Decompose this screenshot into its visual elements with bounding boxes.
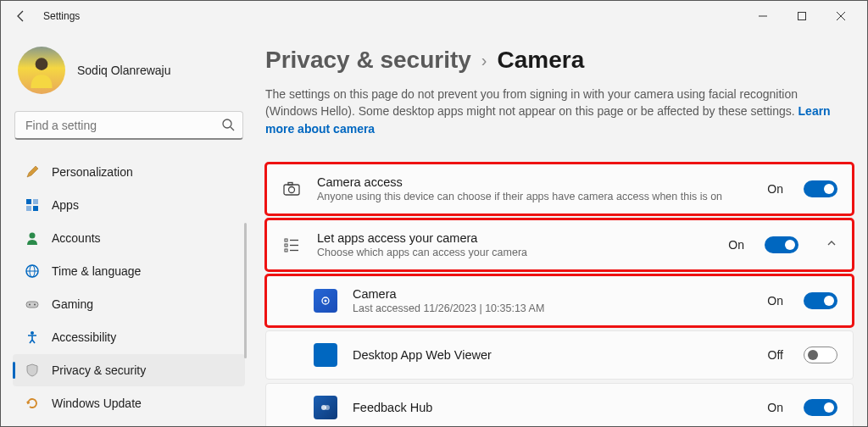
chevron-up-icon[interactable]	[826, 237, 837, 252]
svg-point-15	[34, 304, 36, 306]
sidebar-item-gaming[interactable]: Gaming	[13, 288, 245, 320]
sidebar-item-label: Privacy & security	[52, 363, 146, 377]
setting-subtitle: Choose which apps can access your camera	[317, 247, 713, 258]
svg-rect-24	[285, 249, 287, 252]
toggle-state-label: On	[767, 294, 783, 308]
svg-rect-22	[285, 244, 287, 247]
sidebar-item-accessibility[interactable]: Accessibility	[13, 321, 245, 353]
sidebar-item-label: Accessibility	[52, 330, 116, 344]
close-button[interactable]	[821, 3, 860, 30]
window-title: Settings	[43, 10, 80, 22]
setting-row-let-apps[interactable]: Let apps access your camera Choose which…	[265, 219, 854, 271]
svg-rect-7	[26, 206, 31, 211]
brush-icon	[25, 164, 40, 180]
app-subtitle: Last accessed 11/26/2023 | 10:35:13 AM	[353, 302, 752, 314]
app-row-camera: Camera Last accessed 11/26/2023 | 10:35:…	[265, 274, 854, 327]
search-icon	[221, 118, 235, 135]
sidebar-item-accounts[interactable]: Accounts	[13, 222, 245, 254]
update-icon	[25, 396, 40, 411]
setting-title: Let apps access your camera	[317, 231, 713, 245]
globe-icon	[25, 263, 40, 279]
svg-rect-20	[285, 239, 287, 241]
sidebar-item-time-language[interactable]: Time & language	[13, 255, 245, 287]
breadcrumb: Privacy & security › Camera	[265, 47, 854, 74]
feedback-hub-icon	[314, 396, 337, 419]
sidebar-item-label: Windows Update	[52, 396, 142, 410]
svg-rect-8	[33, 206, 38, 211]
person-icon	[25, 230, 40, 246]
sidebar-item-apps[interactable]: Apps	[13, 189, 245, 221]
svg-point-9	[30, 233, 36, 239]
camera-app-toggle[interactable]	[804, 292, 837, 309]
page-description: The settings on this page do not prevent…	[265, 86, 842, 137]
accessibility-icon	[25, 330, 40, 345]
svg-point-18	[289, 186, 295, 192]
svg-rect-6	[33, 199, 38, 204]
feedback-hub-toggle[interactable]	[804, 399, 837, 416]
back-button[interactable]	[8, 3, 35, 30]
svg-point-29	[325, 405, 330, 410]
setting-row-camera-access: Camera access Anyone using this device c…	[265, 163, 854, 215]
avatar	[18, 47, 65, 94]
chevron-right-icon: ›	[481, 51, 487, 70]
sidebar-item-label: Gaming	[52, 297, 93, 311]
desktop-app-icon	[314, 343, 337, 367]
setting-subtitle: Anyone using this device can choose if t…	[317, 191, 752, 202]
svg-point-14	[29, 304, 31, 306]
username: Sodiq Olanrewaju	[77, 64, 171, 77]
nav-scrollbar[interactable]	[244, 223, 247, 358]
svg-rect-19	[288, 182, 292, 185]
sidebar-item-privacy-security[interactable]: Privacy & security	[13, 354, 245, 386]
toggle-state-label: On	[767, 401, 783, 414]
desktop-app-toggle[interactable]	[804, 347, 837, 363]
app-row-desktop-web-viewer: Desktop App Web Viewer Off	[265, 330, 854, 380]
list-icon	[281, 236, 302, 254]
user-profile[interactable]: Sodiq Olanrewaju	[9, 40, 248, 101]
sidebar-item-windows-update[interactable]: Windows Update	[13, 387, 245, 418]
setting-title: Camera access	[317, 175, 752, 189]
svg-rect-13	[26, 302, 38, 308]
shield-icon	[25, 363, 40, 378]
camera-app-icon	[314, 289, 337, 313]
camera-icon	[281, 180, 302, 198]
svg-line-4	[231, 127, 234, 130]
toggle-state-label: On	[728, 238, 744, 252]
app-title: Camera	[353, 287, 752, 301]
sidebar-item-label: Accounts	[52, 231, 101, 245]
svg-point-3	[223, 119, 231, 128]
svg-rect-5	[26, 199, 31, 204]
app-title: Feedback Hub	[353, 401, 752, 414]
gamepad-icon	[25, 297, 40, 312]
sidebar-item-label: Time & language	[52, 264, 141, 278]
svg-rect-17	[284, 185, 299, 195]
apps-icon	[25, 197, 40, 213]
sidebar-item-label: Apps	[52, 198, 79, 212]
let-apps-toggle[interactable]	[765, 236, 798, 253]
svg-rect-1	[798, 13, 806, 20]
toggle-state-label: Off	[768, 348, 783, 362]
app-row-feedback-hub: Feedback Hub On	[265, 383, 854, 426]
sidebar-item-label: Personalization	[52, 165, 133, 179]
svg-point-2	[36, 58, 48, 70]
minimize-button[interactable]	[743, 3, 782, 30]
breadcrumb-parent[interactable]: Privacy & security	[265, 47, 471, 74]
camera-access-toggle[interactable]	[804, 180, 837, 197]
svg-point-27	[325, 299, 327, 302]
page-title: Camera	[497, 47, 584, 74]
app-title: Desktop App Web Viewer	[353, 348, 753, 362]
svg-point-16	[31, 331, 34, 335]
maximize-button[interactable]	[782, 3, 821, 30]
toggle-state-label: On	[767, 182, 783, 196]
sidebar-item-personalization[interactable]: Personalization	[13, 156, 245, 188]
search-input[interactable]	[14, 111, 243, 140]
